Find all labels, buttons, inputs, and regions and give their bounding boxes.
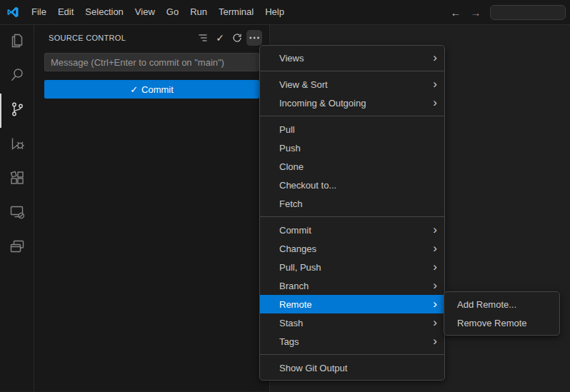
titlebar: File Edit Selection View Go Run Terminal…: [0, 0, 570, 25]
menu-help[interactable]: Help: [259, 0, 290, 25]
activity-item-windows[interactable]: [0, 231, 34, 265]
files-icon: [9, 32, 26, 52]
menu-item-label: Branch: [279, 281, 309, 291]
menu-item-pull[interactable]: Pull: [260, 120, 444, 139]
chevron-right-icon: ›: [433, 242, 437, 254]
chevron-right-icon: ›: [433, 51, 437, 64]
menu-file[interactable]: File: [26, 0, 52, 25]
menu-item-fetch[interactable]: Fetch: [260, 194, 444, 213]
menu-item-remote[interactable]: Remote ›: [260, 295, 444, 313]
submenu-item-add-remote[interactable]: Add Remote...: [444, 295, 559, 313]
chevron-right-icon: ›: [433, 298, 437, 310]
menu-item-label: Show Git Output: [279, 363, 347, 373]
chevron-right-icon: ›: [433, 78, 437, 90]
commit-message-input[interactable]: [44, 53, 259, 71]
run-debug-icon: [9, 135, 26, 155]
menu-item-label: Changes: [279, 243, 316, 254]
chevron-right-icon: ›: [433, 261, 437, 273]
activity-item-run-debug[interactable]: [0, 128, 34, 162]
menu-item-label: Pull: [279, 124, 295, 135]
menu-item-label: View & Sort: [279, 79, 328, 90]
remote-submenu: Add Remote... Remove Remote: [444, 291, 560, 336]
search-icon: [9, 66, 26, 86]
menu-terminal[interactable]: Terminal: [213, 0, 259, 25]
extensions-icon: [9, 169, 26, 189]
menu-view[interactable]: View: [129, 0, 161, 25]
sidebar-actions: ✓ ⋯: [195, 30, 262, 46]
history-forward-icon[interactable]: →: [466, 6, 486, 19]
commit-button[interactable]: ✓ Commit: [44, 80, 259, 99]
menu-item-pull-push[interactable]: Pull, Push ›: [260, 258, 444, 276]
menu-item-label: Views: [279, 53, 304, 64]
chevron-right-icon: ›: [433, 96, 437, 109]
activity-item-remote-explorer[interactable]: [0, 196, 34, 231]
vscode-logo-icon: [0, 6, 26, 19]
activity-bar: [0, 25, 34, 391]
menu-selection[interactable]: Selection: [79, 0, 129, 25]
activity-item-extensions[interactable]: [0, 162, 34, 196]
menu-item-label: Push: [279, 143, 301, 154]
menu-item-show-git-output[interactable]: Show Git Output: [260, 358, 444, 377]
menu-item-label: Tags: [279, 336, 299, 347]
refresh-icon[interactable]: [229, 30, 245, 46]
menu-item-label: Fetch: [279, 198, 303, 209]
menu-item-label: Clone: [279, 161, 304, 172]
multiple-windows-icon: [9, 238, 26, 258]
git-branch-icon: [9, 101, 26, 121]
menu-separator: [260, 116, 444, 116]
check-icon: ✓: [130, 84, 138, 95]
git-context-menu: Views › View & Sort › Incoming & Outgoin…: [259, 45, 445, 381]
view-as-tree-icon[interactable]: [195, 30, 211, 46]
menu-separator: [260, 71, 444, 71]
activity-item-source-control[interactable]: [0, 94, 34, 128]
menu-item-label: Pull, Push: [279, 262, 321, 273]
commit-check-icon[interactable]: ✓: [212, 30, 228, 46]
activity-item-search[interactable]: [0, 59, 34, 94]
menu-run[interactable]: Run: [184, 0, 213, 25]
history-back-icon[interactable]: ←: [446, 6, 466, 19]
menu-item-label: Stash: [279, 318, 303, 328]
menu-item-label: Incoming & Outgoing: [279, 98, 366, 109]
menubar: File Edit Selection View Go Run Terminal…: [26, 0, 290, 25]
menu-item-tags[interactable]: Tags ›: [260, 332, 444, 351]
menu-item-changes[interactable]: Changes ›: [260, 239, 444, 258]
commit-button-label: Commit: [141, 84, 174, 95]
chevron-right-icon: ›: [433, 279, 437, 291]
menu-edit[interactable]: Edit: [52, 0, 79, 25]
menu-item-push[interactable]: Push: [260, 139, 444, 157]
menu-item-label: Checkout to...: [279, 180, 336, 191]
chevron-right-icon: ›: [433, 335, 437, 347]
sidebar-title: SOURCE CONTROL: [49, 34, 126, 42]
command-center-search[interactable]: [490, 5, 566, 20]
menu-item-label: Remove Remote: [457, 318, 527, 328]
menu-item-clone[interactable]: Clone: [260, 157, 444, 176]
menu-item-label: Commit: [279, 225, 311, 236]
menu-item-checkout-to[interactable]: Checkout to...: [260, 176, 444, 194]
menu-item-label: Remote: [279, 299, 312, 310]
titlebar-right: ← →: [446, 5, 570, 20]
menu-item-views[interactable]: Views ›: [260, 49, 444, 67]
menu-item-label: Add Remote...: [457, 299, 516, 310]
menu-item-stash[interactable]: Stash ›: [260, 313, 444, 332]
menu-item-incoming-outgoing[interactable]: Incoming & Outgoing ›: [260, 94, 444, 112]
menu-go[interactable]: Go: [161, 0, 184, 25]
vscode-window: File Edit Selection View Go Run Terminal…: [0, 0, 570, 391]
activity-item-explorer[interactable]: [0, 25, 34, 59]
chevron-right-icon: ›: [433, 316, 437, 328]
submenu-item-remove-remote[interactable]: Remove Remote: [444, 313, 559, 332]
menu-item-commit[interactable]: Commit ›: [260, 221, 444, 239]
sidebar-header: SOURCE CONTROL ✓ ⋯: [34, 25, 269, 50]
source-control-sidebar: SOURCE CONTROL ✓ ⋯: [34, 25, 270, 391]
more-actions-icon[interactable]: ⋯: [246, 30, 262, 46]
menu-separator: [260, 354, 444, 355]
menu-separator: [260, 216, 444, 217]
menu-item-branch[interactable]: Branch ›: [260, 276, 444, 295]
menu-item-view-sort[interactable]: View & Sort ›: [260, 75, 444, 94]
remote-monitor-icon: [9, 203, 26, 223]
chevron-right-icon: ›: [433, 223, 437, 236]
